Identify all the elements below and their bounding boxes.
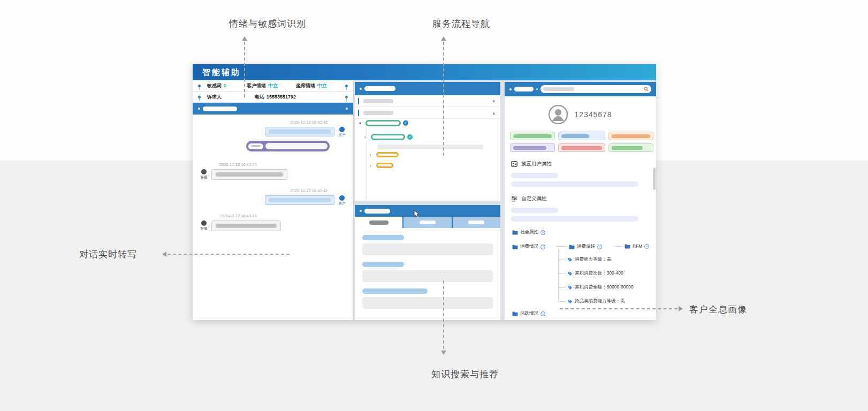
message-timestamp: 2020-12-12 16:43:48: [199, 162, 347, 168]
caret-right-icon[interactable]: ›: [370, 163, 374, 168]
sensitive-word-label: 敏感词: [207, 82, 222, 89]
tab-label-placeholder: [420, 220, 436, 224]
caret-down-icon[interactable]: ▾: [359, 121, 363, 126]
flow-step-done[interactable]: › ✓: [364, 134, 413, 140]
flow-step-done[interactable]: ▾ ✓: [359, 120, 408, 126]
collapse-icon[interactable]: −: [540, 245, 545, 249]
collapse-icon[interactable]: −: [597, 245, 602, 249]
flow-step-pending[interactable]: ›: [370, 163, 393, 168]
attribute-bar: [511, 208, 558, 213]
customer-role-label: 客户: [339, 133, 346, 138]
app-title: 智能辅助: [193, 67, 241, 78]
expand-icon[interactable]: +: [540, 311, 545, 316]
pin-icon: [345, 96, 348, 98]
node-active[interactable]: 活跃情况 +: [512, 310, 545, 317]
search-icon[interactable]: [644, 87, 649, 92]
folder-icon: [512, 230, 518, 235]
chevron-down-icon: ▾: [492, 98, 495, 104]
customer-tags: [510, 132, 651, 152]
phone-number: 15553551792: [267, 94, 296, 100]
conversation-panel: 敏感词 0 客户情绪 中立 坐席情绪 中立 诉求人: [193, 80, 354, 320]
node-label: RFM: [633, 243, 642, 249]
agent-avatar: [201, 220, 207, 226]
knowledge-item[interactable]: [362, 288, 493, 309]
mouse-cursor-icon: [414, 210, 420, 220]
arrow-up-icon: [441, 36, 446, 41]
tag-chip-green: [608, 143, 653, 152]
chevron-up-icon: ▴: [492, 110, 495, 116]
sliders-icon: [511, 196, 517, 202]
caret-right-icon[interactable]: ›: [364, 135, 369, 140]
dashed-line-emotion: [244, 42, 245, 97]
node-preference[interactable]: 消费偏好 −: [569, 243, 602, 250]
knowledge-item[interactable]: [362, 235, 493, 255]
redacted-text: [612, 146, 643, 150]
custom-attributes-section: 自定义属性: [511, 195, 650, 202]
dot-icon: [509, 88, 512, 90]
redacted-text: [269, 198, 331, 202]
tree-connector: [614, 246, 623, 247]
node-social[interactable]: 社会属性 +: [512, 229, 545, 235]
item-title-placeholder: [362, 288, 428, 294]
node-label: 消费偏好: [577, 243, 595, 250]
redacted-text: [561, 146, 602, 150]
portrait-tag: 累积消费次数：300-400: [568, 270, 623, 277]
customer-role-label: 客户: [339, 201, 346, 206]
tab-inactive[interactable]: [453, 217, 500, 228]
tag-icon: [568, 299, 573, 304]
dot-icon: [360, 210, 362, 212]
app-titlebar: 智能辅助: [193, 64, 656, 80]
expand-icon[interactable]: +: [540, 230, 545, 235]
chat-transcript[interactable]: 2020-12-12 16:42:42 客户 2020-12-1: [193, 115, 353, 320]
collapse-icon[interactable]: −: [644, 244, 649, 249]
redacted-text: [269, 130, 331, 134]
section-label-placeholder: [363, 99, 393, 103]
node-rfm[interactable]: RFM −: [625, 243, 649, 249]
redacted-text: [612, 134, 650, 138]
tab-inactive[interactable]: [403, 217, 452, 228]
emotion-status-row: 敏感词 0 客户情绪 中立 坐席情绪 中立: [193, 80, 353, 92]
tree-connector: [558, 260, 566, 260]
search-input[interactable]: [540, 85, 651, 93]
tree-connector: [556, 246, 568, 247]
attribute-bar: [511, 181, 638, 187]
agent-emotion-label: 坐席情绪: [296, 82, 315, 89]
knowledge-item[interactable]: [362, 262, 493, 282]
dot-icon: [360, 88, 362, 90]
tree-connector: [558, 301, 566, 302]
attribute-bar: [511, 216, 638, 222]
customer-avatar: [339, 127, 345, 132]
app-window: 智能辅助 敏感词 0 客户情绪 中立 坐席情绪 中立: [193, 64, 656, 320]
conversation-header: [193, 103, 353, 115]
item-title-placeholder: [362, 262, 404, 267]
node-consumption[interactable]: 消费情况 −: [512, 243, 545, 250]
customer-message: 客户: [199, 195, 347, 206]
callout-portrait: 客户全息画像: [689, 303, 747, 316]
pin-icon: [345, 85, 348, 87]
tree-connector: [558, 273, 566, 274]
avatar-icon: [549, 105, 568, 124]
knowledge-panel: [355, 205, 500, 320]
tag-icon: [568, 285, 573, 290]
message-bubble: [265, 127, 334, 136]
portrait-tag: 消费能力等级：高: [568, 256, 611, 263]
flow-section-collapsed[interactable]: ▾: [355, 95, 500, 107]
tree-connector: [558, 249, 559, 302]
panel-title-placeholder: [364, 86, 395, 91]
tab-active[interactable]: [355, 217, 403, 228]
scrollbar-thumb[interactable]: [653, 168, 656, 190]
arrow-left-icon: [162, 252, 166, 257]
dashed-line-transcription: [167, 254, 290, 255]
flow-section-expanded[interactable]: ▴: [355, 107, 500, 119]
callout-emotion: 情绪与敏感词识别: [229, 18, 306, 30]
sensitive-word-count: 0: [224, 83, 226, 88]
item-title-placeholder: [362, 235, 404, 240]
pin-icon: [198, 85, 201, 87]
custom-attributes-label: 自定义属性: [521, 195, 547, 202]
flow-step-pending[interactable]: ›: [370, 152, 399, 157]
caret-right-icon[interactable]: ›: [370, 153, 374, 157]
tag-icon: [568, 257, 573, 262]
step-label-placeholder: [371, 134, 405, 140]
tab-label-placeholder: [369, 220, 389, 225]
customer-id: 12345678: [574, 110, 612, 119]
